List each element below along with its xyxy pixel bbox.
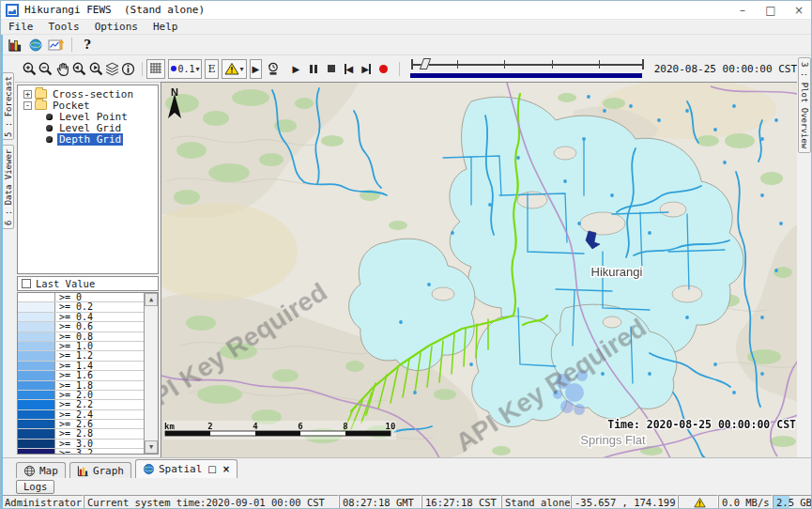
status-user: Administrator bbox=[1, 495, 84, 509]
svg-text:8: 8 bbox=[343, 422, 347, 431]
info-icon[interactable] bbox=[120, 59, 136, 79]
zoom-out-icon[interactable] bbox=[38, 59, 54, 79]
layers-icon[interactable] bbox=[104, 59, 120, 79]
tab-maximize-icon[interactable]: □ bbox=[207, 464, 216, 474]
stop-button[interactable] bbox=[324, 60, 339, 77]
logs-button[interactable]: Logs bbox=[16, 480, 54, 494]
warning-threshold-dropdown[interactable]: ▾ bbox=[222, 59, 247, 79]
legend-color-swatch bbox=[18, 400, 55, 409]
selected-tree-label: Depth Grid bbox=[57, 133, 123, 146]
record-button[interactable] bbox=[376, 60, 391, 77]
timeseries-display-icon[interactable] bbox=[46, 36, 67, 54]
status-bar: Administrator Current system time:2020-0… bbox=[1, 495, 812, 509]
zoom-previous-icon[interactable] bbox=[70, 59, 87, 79]
legend-color-swatch bbox=[18, 429, 55, 438]
pan-hand-icon[interactable] bbox=[54, 59, 70, 79]
tree-item-level-grid[interactable]: Level Grid bbox=[23, 122, 158, 133]
menu-options[interactable]: Options bbox=[87, 21, 146, 33]
scale-unit: km bbox=[164, 422, 175, 431]
zoom-next-icon[interactable] bbox=[87, 59, 104, 79]
logs-row: Logs bbox=[1, 478, 812, 495]
place-label-springs-flat: Springs Flat bbox=[580, 433, 646, 447]
last-value-checkbox[interactable] bbox=[22, 279, 31, 288]
contour-interval-dropdown[interactable]: 0.1 ▾ bbox=[168, 59, 202, 79]
scroll-up-icon[interactable]: ▲ bbox=[145, 293, 158, 306]
tree-item-depth-grid[interactable]: Depth Grid bbox=[23, 133, 158, 145]
legend-color-swatch bbox=[18, 342, 55, 350]
explorer-chart-icon[interactable] bbox=[5, 36, 25, 54]
legend-header: Last Value bbox=[17, 276, 159, 291]
tab-plot-overview[interactable]: 3 : Plot Overview bbox=[798, 57, 811, 153]
menu-help[interactable]: Help bbox=[146, 21, 186, 33]
legend-color-swatch bbox=[18, 322, 55, 331]
legend-color-swatch bbox=[18, 371, 55, 379]
legend-row: >= 1.6 bbox=[18, 371, 144, 380]
right-tab-rail: 3 : Plot Overview bbox=[797, 55, 812, 457]
menu-file[interactable]: File bbox=[1, 21, 41, 33]
tab-data-viewer[interactable]: 6 : Data Viewer bbox=[2, 145, 14, 229]
menu-tools[interactable]: Tools bbox=[41, 21, 87, 33]
status-mode: Stand alone bbox=[501, 495, 571, 509]
tab-spatial[interactable]: Spatial □ × bbox=[135, 459, 237, 478]
map-globe-icon bbox=[23, 465, 36, 477]
status-gmt-time: 08:27:18 GMT bbox=[339, 495, 421, 509]
animation-button[interactable]: ▶ bbox=[250, 59, 263, 79]
help-icon[interactable]: ? bbox=[77, 36, 98, 54]
maximize-button[interactable]: □ bbox=[757, 1, 785, 19]
pause-button[interactable] bbox=[306, 60, 321, 77]
status-warning-cell[interactable] bbox=[678, 495, 718, 509]
app-logo-icon bbox=[6, 4, 19, 17]
window-title: Hikurangi FEWS (Stand alone) bbox=[24, 4, 205, 16]
toolbar-separator bbox=[71, 38, 72, 52]
map-time-label: Time: 2020-08-25 00:00:00 CST bbox=[607, 418, 796, 431]
folder-icon bbox=[35, 100, 47, 110]
time-stamp-icon[interactable] bbox=[265, 59, 281, 79]
title-bar: Hikurangi FEWS (Stand alone) – □ × bbox=[1, 1, 812, 20]
place-label-hikurangi: Hikurangi bbox=[591, 265, 643, 279]
menu-bar: File Tools Options Help bbox=[1, 20, 812, 35]
app-window: Hikurangi FEWS (Stand alone) – □ × File … bbox=[0, 0, 812, 509]
contour-dot-icon bbox=[171, 66, 176, 71]
spatial-globe-icon bbox=[143, 463, 155, 475]
toolbar-separator bbox=[399, 62, 400, 76]
legend-scrollbar[interactable]: ▲ ▼ bbox=[144, 293, 158, 454]
grid-display-button[interactable] bbox=[146, 59, 165, 79]
previous-step-button[interactable]: ◀ bbox=[342, 60, 357, 77]
chevron-down-icon: ▾ bbox=[240, 65, 244, 73]
map-toolbar: 0.1 ▾ E ▾ ▶ ▶ ◀ ▶ bbox=[15, 55, 797, 82]
globe-icon[interactable] bbox=[25, 36, 46, 54]
label-toggle-button[interactable]: E bbox=[205, 59, 218, 79]
contour-interval-value: 0.1 bbox=[177, 64, 194, 74]
tree-item-level-point[interactable]: Level Point bbox=[23, 111, 158, 122]
tab-close-icon[interactable]: × bbox=[222, 464, 230, 474]
main-toolbar: ? bbox=[1, 35, 812, 55]
zoom-in-icon[interactable] bbox=[22, 59, 38, 79]
next-step-button[interactable]: ▶ bbox=[359, 60, 374, 77]
legend-color-swatch bbox=[18, 332, 55, 341]
tab-forecast[interactable]: 5 : Forecast bbox=[2, 72, 14, 140]
collapse-icon[interactable]: - bbox=[23, 101, 32, 110]
toolbar-separator bbox=[142, 62, 143, 76]
data-viewer-panel: + Cross-section - Pocket Level Point Lev… bbox=[15, 82, 161, 457]
time-period-bar bbox=[410, 73, 641, 78]
graph-chart-icon bbox=[77, 465, 89, 477]
time-slider-track[interactable] bbox=[411, 64, 643, 66]
time-slider[interactable] bbox=[409, 56, 646, 81]
legend-color-swatch bbox=[18, 381, 55, 390]
play-button[interactable]: ▶ bbox=[289, 60, 304, 77]
scroll-down-icon[interactable]: ▼ bbox=[145, 440, 158, 454]
bottom-tab-bar: Map Graph Spatial □ × bbox=[1, 457, 812, 478]
node-bullet-icon bbox=[46, 114, 53, 120]
minimize-button[interactable]: – bbox=[728, 1, 757, 19]
tree-item-cross-section[interactable]: + Cross-section bbox=[23, 88, 158, 100]
expand-icon[interactable]: + bbox=[23, 90, 32, 99]
tab-map[interactable]: Map bbox=[16, 462, 66, 478]
close-button[interactable]: × bbox=[785, 1, 812, 19]
status-memory: 2.5 GB bbox=[773, 495, 812, 509]
current-time-display: 2020-08-25 00:00:00 CST bbox=[654, 63, 797, 75]
tab-graph[interactable]: Graph bbox=[69, 462, 131, 478]
status-local-time: 16:27:18 CST bbox=[421, 495, 501, 509]
map-canvas[interactable]: API Key Required API Key Required Hikura… bbox=[161, 83, 797, 457]
tree-item-pocket[interactable]: - Pocket bbox=[23, 100, 158, 111]
last-value-label: Last Value bbox=[36, 278, 95, 289]
